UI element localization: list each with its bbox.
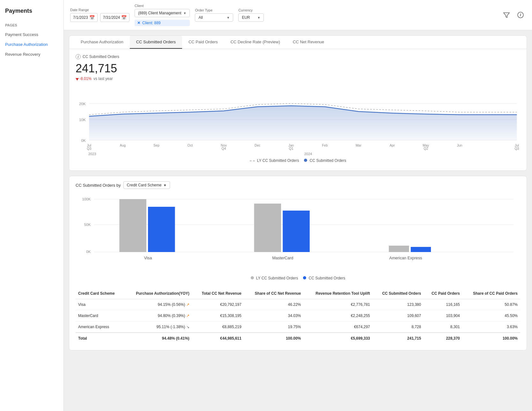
tab-bar: Purchase Authorization CC Submitted Orde… (69, 36, 527, 49)
amex-cy-bar (411, 247, 431, 252)
tab-purchase-auth[interactable]: Purchase Authorization (74, 36, 130, 49)
funnel-icon (503, 11, 510, 18)
sidebar-item-payment-success[interactable]: Payment Success (0, 30, 63, 40)
currency-label: Currency (238, 8, 264, 12)
metric-title: i CC Submitted Orders (76, 54, 520, 59)
filter-icon-button[interactable] (501, 10, 512, 20)
svg-text:0K: 0K (81, 139, 86, 142)
tab-cc-decline-rate[interactable]: CC Decline Rate (Preview) (224, 36, 286, 49)
table-section: Credit Card Scheme Purchase Authorizatio… (69, 288, 527, 350)
sidebar-item-revenue-recovery[interactable]: Revenue Recovery (0, 49, 63, 59)
bar-chart-legend: LY CC Submitted Orders CC Submitted Orde… (76, 276, 520, 280)
col-retention: Revenue Retention Tool Uplift (304, 288, 373, 299)
cell-share-paid: 50.87% (462, 299, 520, 310)
arrow-down-icon: ↘ (186, 325, 189, 329)
cell-submitted: 123,380 (373, 299, 424, 310)
svg-text:Jun: Jun (457, 144, 462, 147)
client-chevron-icon: ▼ (183, 11, 187, 15)
bar-section-header: CC Submitted Orders by Credit Card Schem… (76, 181, 520, 189)
order-type-group: Order Type All ▼ (195, 8, 233, 22)
col-paid: CC Paid Orders (424, 288, 462, 299)
group-by-select[interactable]: Credit Card Scheme ▼ (123, 181, 170, 189)
col-submitted: CC Submitted Orders (373, 288, 424, 299)
app-title: Payments (0, 5, 63, 21)
line-chart-svg: 20K 10K 0K (76, 86, 520, 150)
svg-text:10K: 10K (79, 118, 86, 122)
cell-scheme: Visa (76, 299, 124, 310)
date-start-input[interactable]: 7/1/2023 📅 (70, 13, 98, 22)
date-range-group: Date Range 7/1/2023 📅 7/31/2024 📅 (70, 8, 129, 22)
cell-auth-yoy: 94.48% (0.41%) (124, 333, 192, 344)
metric-vs-label: vs last year (93, 76, 113, 81)
metric-value: 241,715 (76, 62, 520, 75)
tab-cc-paid-orders[interactable]: CC Paid Orders (182, 36, 224, 49)
bar-cy-legend-dot (303, 276, 306, 279)
svg-text:Oct: Oct (188, 144, 193, 147)
metric-change: -8.01% vs last year (76, 76, 520, 81)
sidebar-section-pages: Pages (0, 21, 63, 30)
cell-share-net: 34.03% (244, 310, 304, 321)
cell-auth-yoy: 95.11% (-1.38%) ↘ (124, 321, 192, 333)
cell-submitted: 241,715 (373, 333, 424, 344)
cell-auth-yoy: 94.80% (0.39%) ↗ (124, 310, 192, 321)
visa-cy-bar (148, 207, 175, 252)
bar-section: CC Submitted Orders by Credit Card Schem… (69, 176, 527, 288)
svg-text:0K: 0K (86, 250, 91, 254)
order-type-select[interactable]: All ▼ (195, 13, 233, 22)
client-group: Client (889) Client Management ▼ ✕ Clien… (135, 4, 190, 26)
cell-retention: €2,248,255 (304, 310, 373, 321)
svg-text:Q1: Q1 (289, 147, 293, 150)
cell-share-net: 100.00% (244, 333, 304, 344)
currency-select[interactable]: EUR ▼ (238, 13, 264, 22)
svg-text:Q2: Q2 (424, 147, 428, 150)
svg-text:American Express: American Express (389, 256, 422, 260)
cell-share-paid: 3.63% (462, 321, 520, 333)
metric-info-icon[interactable]: i (76, 54, 81, 59)
ly-legend-dash (250, 161, 255, 161)
cell-net-revenue: €44,985,611 (192, 333, 244, 344)
info-icon: i (517, 11, 524, 18)
order-type-chevron-icon: ▼ (227, 16, 230, 19)
mastercard-cy-bar (283, 211, 309, 252)
cy-legend-dot (304, 159, 307, 162)
cell-scheme: Total (76, 333, 124, 344)
svg-text:Q3: Q3 (514, 147, 519, 150)
cell-share-paid: 100.00% (462, 333, 520, 344)
order-type-label: Order Type (195, 8, 233, 12)
tab-cc-submitted-orders[interactable]: CC Submitted Orders (130, 36, 182, 49)
svg-text:i: i (520, 13, 521, 17)
svg-text:MasterCard: MasterCard (272, 256, 293, 260)
client-select[interactable]: (889) Client Management ▼ (135, 9, 190, 17)
svg-marker-2 (76, 78, 79, 81)
remove-filter-button[interactable]: ✕ (137, 21, 140, 25)
col-share-paid: Share of CC Paid Orders (462, 288, 520, 299)
svg-text:Apr: Apr (389, 144, 395, 147)
cell-share-paid: 45.50% (462, 310, 520, 321)
cell-share-net: 46.22% (244, 299, 304, 310)
cell-paid: 103,904 (424, 310, 462, 321)
data-table: Credit Card Scheme Purchase Authorizatio… (76, 288, 520, 344)
svg-text:20K: 20K (79, 102, 86, 106)
sidebar: Payments Pages Payment Success Purchase … (0, 0, 64, 411)
tab-cc-net-revenue[interactable]: CC Net Revenue (286, 36, 330, 49)
arrow-up-icon: ↗ (186, 302, 189, 307)
svg-text:Feb: Feb (322, 144, 328, 147)
cell-paid: 228,370 (424, 333, 462, 344)
metric-section: i CC Submitted Orders 241,715 -8.01% vs … (69, 49, 527, 86)
svg-text:Visa: Visa (144, 256, 152, 260)
info-button[interactable]: i (515, 10, 526, 20)
cell-paid: 8,301 (424, 321, 462, 333)
cell-net-revenue: €8,885,219 (192, 321, 244, 333)
svg-text:50K: 50K (84, 223, 91, 227)
filter-bar: Date Range 7/1/2023 📅 7/31/2024 📅 Client… (64, 0, 532, 30)
sidebar-item-purchase-authorization[interactable]: Purchase Authorization (0, 40, 63, 49)
col-auth-yoy: Purchase Authorization(YOY) (124, 288, 192, 299)
date-end-input[interactable]: 7/31/2024 📅 (100, 13, 129, 22)
svg-text:Q3: Q3 (87, 147, 91, 150)
cell-submitted: 109,607 (373, 310, 424, 321)
page-content: Purchase Authorization CC Submitted Orde… (64, 30, 532, 361)
currency-chevron-icon: ▼ (257, 16, 261, 19)
arrow-up-icon: ↗ (186, 314, 189, 318)
client-label: Client (135, 4, 190, 8)
col-share-net: Share of CC Net Revenue (244, 288, 304, 299)
